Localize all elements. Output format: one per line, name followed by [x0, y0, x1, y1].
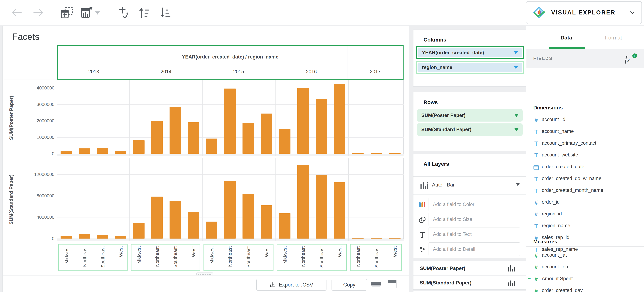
text-field-input[interactable]: [428, 228, 520, 241]
measure-account_lon[interactable]: #account_lon: [526, 262, 644, 274]
bar-2016-Southeast[interactable]: [316, 175, 327, 238]
chart-type-caret-icon[interactable]: [516, 183, 520, 186]
pill-region-name[interactable]: region_name: [416, 61, 524, 74]
tab-format[interactable]: Format: [590, 26, 637, 49]
app-switcher[interactable]: VISUAL EXPLORER: [526, 1, 642, 24]
bar-2014-Midwest[interactable]: [133, 223, 144, 238]
pill-caret-icon[interactable]: [514, 114, 518, 117]
bar-2017-West[interactable]: [389, 238, 400, 238]
bar-2016-West[interactable]: [334, 182, 345, 238]
bar-2017-West[interactable]: [389, 153, 400, 154]
bar-2016-West[interactable]: [334, 84, 345, 154]
export-csv-button[interactable]: Export to .CSV: [256, 279, 326, 290]
maximize-icon[interactable]: [388, 280, 396, 288]
year-header-2014[interactable]: 2014: [130, 46, 202, 78]
drop-field-row: [414, 212, 526, 227]
bar-2016-Northeast[interactable]: [298, 165, 309, 238]
bar-2013-Midwest[interactable]: [60, 152, 72, 154]
back-icon[interactable]: [9, 5, 24, 20]
bar-2016-Southeast[interactable]: [316, 99, 327, 154]
measure-amount-spent[interactable]: =#Amount Spent: [526, 274, 644, 285]
dimension-account_name[interactable]: Taccount_name: [526, 127, 644, 138]
remove-chart-icon[interactable]: [79, 5, 94, 20]
bar-2015-Southeast[interactable]: [242, 194, 254, 238]
chevron-down-icon[interactable]: [629, 9, 636, 16]
x-tick-label-Southeast: Southeast: [173, 246, 178, 268]
dimension-order_created_date[interactable]: order_created_date: [526, 162, 644, 173]
pill-caret-icon[interactable]: [514, 128, 518, 131]
color-field-input[interactable]: [428, 198, 520, 211]
dimension-order_created_month_name[interactable]: Torder_created_month_name: [526, 186, 644, 197]
bar-2013-Midwest[interactable]: [60, 236, 72, 238]
year-header-2013[interactable]: 2013: [58, 46, 130, 78]
bar-2014-Northeast[interactable]: [151, 196, 162, 238]
dimension-region_id[interactable]: #region_id: [526, 210, 644, 220]
pill-caret-icon[interactable]: [514, 52, 518, 54]
bar-2017-Southeast[interactable]: [371, 238, 382, 238]
bar-2017-Northeast[interactable]: [352, 153, 364, 154]
bar-2015-West[interactable]: [261, 114, 272, 154]
bar-2013-West[interactable]: [115, 151, 126, 154]
copy-button[interactable]: Copy: [332, 279, 367, 290]
x-label-group-2016[interactable]: MidwestNortheastSoutheastWest: [275, 243, 348, 271]
bar-2017-Southeast[interactable]: [371, 153, 382, 154]
year-header-2017[interactable]: 2017: [348, 46, 402, 78]
minimize-icon[interactable]: [371, 282, 381, 286]
bar-2014-West[interactable]: [188, 122, 199, 154]
bar-2014-West[interactable]: [188, 212, 199, 238]
add-calculated-field-icon[interactable]: fx+: [625, 54, 637, 64]
dimension-region_name[interactable]: Tregion_name: [526, 221, 644, 232]
swap-axes-icon[interactable]: [116, 5, 132, 20]
year-header-2015[interactable]: 2015: [202, 46, 275, 78]
duplicate-chart-icon[interactable]: [59, 5, 75, 20]
x-label-group-2013[interactable]: MidwestNortheastSoutheastWest: [57, 243, 129, 271]
chart-type-select[interactable]: Auto - Bar: [414, 176, 526, 194]
year-header-2016[interactable]: 2016: [275, 46, 348, 78]
x-label-group-2015[interactable]: MidwestNortheastSoutheastWest: [202, 243, 275, 271]
pill-caret-icon[interactable]: [514, 66, 518, 69]
bar-2013-West[interactable]: [115, 236, 126, 238]
bar-2015-Midwest[interactable]: [206, 138, 217, 154]
measure-shelf-item[interactable]: SUM(Standard Paper): [414, 276, 526, 290]
remove-chart-caret-icon[interactable]: [93, 5, 102, 20]
bar-2013-Northeast[interactable]: [79, 148, 90, 154]
pill-year-order-created-date[interactable]: YEAR(order_created_date): [416, 46, 524, 59]
bar-2014-Southeast[interactable]: [170, 201, 181, 238]
bar-2017-Northeast[interactable]: [352, 238, 364, 238]
bar-2016-Midwest[interactable]: [279, 214, 290, 238]
measure-shelf-item[interactable]: SUM(Poster Paper): [414, 261, 526, 275]
bar-2015-Southeast[interactable]: [242, 123, 254, 154]
tab-data[interactable]: Data: [543, 26, 590, 49]
fields-label: FIELDS: [533, 56, 553, 61]
bar-2015-Midwest[interactable]: [206, 222, 217, 238]
x-label-group-2017[interactable]: NortheastSoutheastWest: [348, 243, 404, 271]
sort-descending-icon[interactable]: [156, 5, 172, 20]
size-field-input[interactable]: [428, 212, 520, 226]
pill-sum-poster-paper[interactable]: SUM(Poster Paper): [416, 109, 524, 122]
dimension-account_website[interactable]: Taccount_website: [526, 150, 644, 162]
x-label-group-2014[interactable]: MidwestNortheastSoutheastWest: [129, 243, 202, 271]
bar-2014-Northeast[interactable]: [151, 121, 162, 154]
bar-2015-Northeast[interactable]: [224, 181, 236, 238]
measure-account_lat[interactable]: #account_lat: [526, 251, 644, 262]
detail-field-input[interactable]: [428, 242, 520, 256]
field-name: order_created_do_w_name: [542, 176, 602, 181]
sort-ascending-icon[interactable]: [136, 5, 151, 20]
forward-icon[interactable]: [31, 5, 46, 20]
bar-2013-Southeast[interactable]: [97, 234, 108, 239]
bar-2014-Southeast[interactable]: [170, 107, 181, 154]
dimension-order_created_do_w_name[interactable]: Torder_created_do_w_name: [526, 174, 644, 185]
bar-2015-West[interactable]: [261, 205, 272, 238]
bar-2013-Southeast[interactable]: [97, 148, 108, 154]
measure-order_created_day[interactable]: #order_created_day: [526, 286, 644, 292]
facet-column-header[interactable]: 20132014201520162017 YEAR(order_created_…: [57, 45, 404, 80]
bar-2014-Midwest[interactable]: [133, 140, 144, 154]
bar-2016-Midwest[interactable]: [279, 129, 290, 154]
bar-2013-Northeast[interactable]: [79, 234, 90, 238]
dimension-account_id[interactable]: #account_id: [526, 115, 644, 126]
bar-2016-Northeast[interactable]: [298, 88, 309, 154]
dimension-order_id[interactable]: #order_id: [526, 198, 644, 209]
pill-sum-standard-paper[interactable]: SUM(Standard Paper): [416, 124, 524, 137]
bar-2015-Northeast[interactable]: [224, 88, 236, 154]
dimension-account_primary_contact[interactable]: Taccount_primary_contact: [526, 139, 644, 150]
